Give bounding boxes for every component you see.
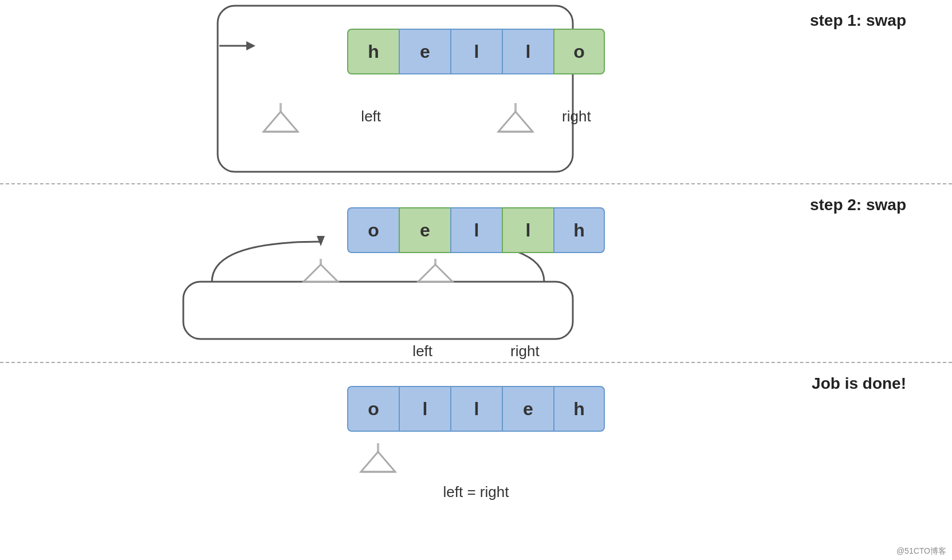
step2-array: o e l l h xyxy=(347,207,605,253)
cell-s1-0: h xyxy=(347,29,399,74)
step3-lr-label: left = right xyxy=(443,483,509,500)
cell-s3-2: l xyxy=(450,386,502,432)
cell-s1-1: e xyxy=(399,29,450,74)
step1-left-label: left xyxy=(361,108,381,125)
cell-s2-0: o xyxy=(347,207,399,253)
cell-s2-1: e xyxy=(399,207,450,253)
svg-marker-21 xyxy=(361,452,395,472)
cell-s3-0: o xyxy=(347,386,399,432)
svg-marker-15 xyxy=(304,265,338,282)
cell-s3-4: h xyxy=(553,386,605,432)
cell-s2-3: l xyxy=(502,207,553,253)
step3-lr-wrapper: left = right xyxy=(443,483,509,501)
step1-array: h e l l o xyxy=(347,29,605,74)
step1-right-label: right xyxy=(562,108,591,125)
step2-left-label: left xyxy=(412,342,432,360)
section2: step 2: swap o e l l h xyxy=(0,184,952,362)
step2-right-label: right xyxy=(510,342,540,360)
section1: step 1: swap h e l l xyxy=(0,0,952,183)
section1-svg xyxy=(0,0,952,183)
step2-pointer-labels: left right xyxy=(412,342,539,360)
cell-s3-3: e xyxy=(502,386,553,432)
cell-s1-4: o xyxy=(553,29,605,74)
step3-array: o l l e h xyxy=(347,386,605,432)
cell-s1-3: l xyxy=(502,29,553,74)
svg-marker-18 xyxy=(418,265,453,282)
cell-s2-2: l xyxy=(450,207,502,253)
svg-rect-11 xyxy=(183,282,573,339)
cell-s3-1: l xyxy=(399,386,450,432)
cell-s1-2: l xyxy=(450,29,502,74)
watermark: @51CTO博客 xyxy=(896,546,946,557)
step1-pointer-labels: left right xyxy=(361,108,591,125)
cell-s2-4: h xyxy=(553,207,605,253)
svg-marker-2 xyxy=(246,41,255,50)
section3: Job is done! o l l e h left = right xyxy=(0,363,952,523)
svg-marker-6 xyxy=(263,112,298,132)
diagram-container: step 1: swap h e l l xyxy=(0,0,952,560)
